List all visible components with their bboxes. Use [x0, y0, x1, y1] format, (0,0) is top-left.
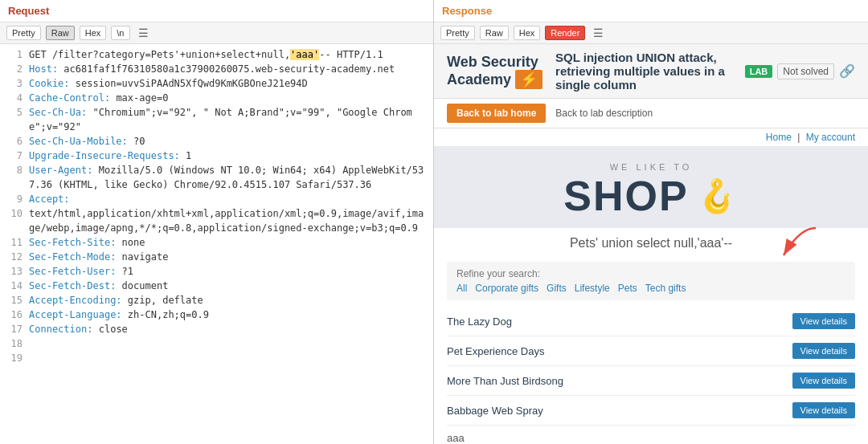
- r-pretty-btn[interactable]: Pretty: [440, 26, 475, 40]
- code-line: 3Cookie: session=uvvSiPAAdN5XfQwd9KmKGBO…: [0, 76, 433, 91]
- code-line: 16Accept-Language: zh-CN,zh;q=0.9: [0, 308, 433, 322]
- line-number: 16: [5, 308, 23, 322]
- lab-badge-block: LAB Not solved 🔗: [745, 63, 855, 79]
- refine-link[interactable]: Lifestyle: [575, 283, 610, 294]
- view-details-btn[interactable]: View details: [792, 343, 856, 359]
- line-number: 13: [5, 264, 23, 279]
- code-line: 7Upgrade-Insecure-Requests: 1: [0, 149, 433, 163]
- code-line: 1GET /filter?category=Pets'+union+select…: [0, 47, 433, 62]
- line-number: 2: [5, 62, 23, 76]
- product-row: The Lazy DogView details: [447, 307, 855, 336]
- request-panel: Request Pretty Raw Hex \n ☰ 1GET /filter…: [0, 0, 434, 444]
- refine-search: Refine your search: AllCorporate giftsGi…: [447, 262, 855, 300]
- line-number: 4: [5, 91, 23, 105]
- line-number: 18: [5, 336, 23, 351]
- line-number: 5: [5, 105, 23, 134]
- request-body: 1GET /filter?category=Pets'+union+select…: [0, 44, 433, 444]
- back-to-lab-btn[interactable]: Back to lab home: [447, 104, 546, 123]
- line-number: 19: [5, 351, 23, 365]
- line-number: 1: [5, 47, 23, 62]
- line-content: Cache-Control: max-age=0: [29, 91, 428, 105]
- line-content: Connection: close: [29, 322, 428, 336]
- logo-lightning: ⚡: [515, 70, 542, 89]
- line-number: 7: [5, 149, 23, 163]
- r-hex-btn[interactable]: Hex: [514, 26, 541, 40]
- refine-link[interactable]: Gifts: [547, 283, 567, 294]
- line-number: 17: [5, 322, 23, 336]
- r-render-btn[interactable]: Render: [545, 26, 585, 40]
- view-details-btn[interactable]: View details: [792, 402, 856, 418]
- line-content: Sec-Fetch-Dest: document: [29, 279, 428, 293]
- line-number: 6: [5, 134, 23, 149]
- r-raw-btn[interactable]: Raw: [480, 26, 509, 40]
- line-number: 14: [5, 279, 23, 293]
- aaa-text: aaa: [447, 432, 465, 444]
- line-content: Sec-Fetch-Site: none: [29, 235, 428, 250]
- code-line: 19: [0, 351, 433, 365]
- aaa-result: aaa: [434, 426, 868, 444]
- sql-injection-result: Pets' union select null,'aaa'--: [434, 228, 868, 255]
- code-line: 11Sec-Fetch-Site: none: [0, 235, 433, 250]
- line-number: 11: [5, 235, 23, 250]
- view-details-btn[interactable]: View details: [792, 373, 856, 389]
- line-content: Sec-Ch-Ua: "Chromium";v="92", " Not A;Br…: [29, 105, 428, 134]
- view-details-btn[interactable]: View details: [792, 313, 856, 329]
- refine-link[interactable]: Tech gifts: [645, 283, 686, 294]
- pretty-btn[interactable]: Pretty: [6, 26, 41, 40]
- home-link[interactable]: Home: [766, 132, 792, 143]
- refine-link[interactable]: Corporate gifts: [475, 283, 538, 294]
- product-row: More Than Just BirdsongView details: [447, 366, 855, 396]
- account-link[interactable]: My account: [806, 132, 855, 143]
- line-content: GET /filter?category=Pets'+union+select+…: [29, 47, 428, 62]
- line-number: 12: [5, 250, 23, 264]
- products-list: The Lazy DogView detailsPet Experience D…: [434, 307, 868, 426]
- line-content: Upgrade-Insecure-Requests: 1: [29, 149, 428, 163]
- code-line: 12Sec-Fetch-Mode: navigate: [0, 250, 433, 264]
- code-line: 6Sec-Ch-Ua-Mobile: ?0: [0, 134, 433, 149]
- line-content: Sec-Fetch-User: ?1: [29, 264, 428, 279]
- newline-btn[interactable]: \n: [111, 26, 129, 40]
- sql-result-text: Pets' union select null,'aaa'--: [570, 236, 732, 250]
- line-content: [29, 336, 428, 351]
- response-panel: Response Pretty Raw Hex Render ☰ Web Sec…: [434, 0, 868, 444]
- code-line: 5Sec-Ch-Ua: "Chromium";v="92", " Not A;B…: [0, 105, 433, 134]
- line-content: Accept-Language: zh-CN,zh;q=0.9: [29, 308, 428, 322]
- shop-big-text: SHOP 🪝: [458, 172, 844, 220]
- product-row: Babbage Web SprayView details: [447, 396, 855, 426]
- code-line: 10text/html,application/xhtml+xml,applic…: [0, 206, 433, 235]
- rendered-web: Web Security Academy ⚡ SQL injection UNI…: [434, 44, 868, 444]
- r-list-icon[interactable]: ☰: [593, 26, 604, 39]
- not-solved-badge: Not solved: [777, 63, 834, 79]
- refine-link[interactable]: Pets: [618, 283, 637, 294]
- code-line: 17Connection: close: [0, 322, 433, 336]
- response-panel-label: Response: [434, 0, 868, 22]
- raw-btn[interactable]: Raw: [46, 26, 75, 40]
- back-to-desc-btn[interactable]: Back to lab description: [555, 108, 653, 119]
- list-icon[interactable]: ☰: [138, 26, 149, 39]
- line-number: 15: [5, 293, 23, 308]
- product-row: Pet Experience DaysView details: [447, 336, 855, 366]
- line-content: [29, 351, 428, 365]
- nav-separator: |: [797, 132, 800, 143]
- refine-link[interactable]: All: [457, 283, 467, 294]
- line-number: 8: [5, 163, 23, 192]
- product-name: More Than Just Birdsong: [447, 375, 563, 387]
- product-name: The Lazy Dog: [447, 316, 512, 328]
- line-content: Cookie: session=uvvSiPAAdN5XfQwd9KmKGBOn…: [29, 76, 428, 91]
- web-top-bar: Web Security Academy ⚡ SQL injection UNI…: [434, 44, 868, 99]
- hanger-icon: 🪝: [697, 177, 739, 215]
- lab-tag: LAB: [745, 65, 773, 78]
- logo-text-block: Web Security Academy ⚡: [447, 54, 542, 88]
- line-content: Sec-Ch-Ua-Mobile: ?0: [29, 134, 428, 149]
- hex-btn[interactable]: Hex: [80, 26, 107, 40]
- line-content: User-Agent: Mozilla/5.0 (Windows NT 10.0…: [29, 163, 428, 192]
- web-nav-bar: Back to lab home Back to lab description: [434, 99, 868, 128]
- code-line: 8User-Agent: Mozilla/5.0 (Windows NT 10.…: [0, 163, 433, 192]
- web-simulation: Web Security Academy ⚡ SQL injection UNI…: [434, 44, 868, 444]
- shop-small-text: WE LIKE TO: [458, 162, 844, 172]
- code-line: 4Cache-Control: max-age=0: [0, 91, 433, 105]
- product-name: Babbage Web Spray: [447, 405, 543, 417]
- code-line: 13Sec-Fetch-User: ?1: [0, 264, 433, 279]
- code-line: 9Accept:: [0, 192, 433, 206]
- info-icon[interactable]: 🔗: [839, 63, 855, 79]
